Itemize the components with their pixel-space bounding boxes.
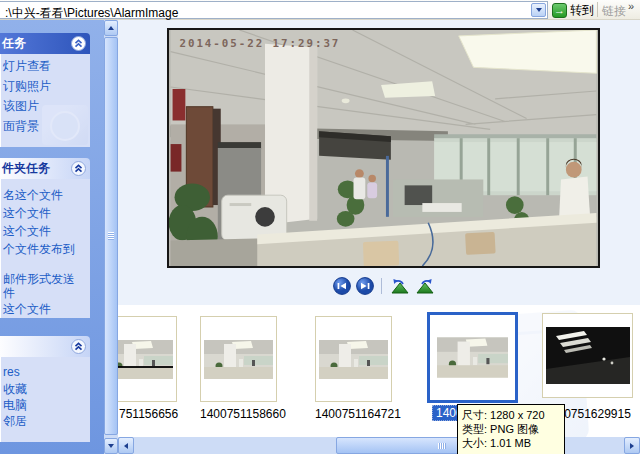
preview-image[interactable]: 2014-05-22 17:29:37 (167, 28, 600, 268)
previous-image-button[interactable] (333, 277, 351, 295)
place-my-computer[interactable]: 电脑 (3, 397, 27, 414)
place-network[interactable]: 邻居 (3, 413, 27, 430)
other-places-header[interactable] (0, 336, 90, 357)
thumbnail-3-label[interactable]: 1400751164721 (315, 407, 393, 421)
other-places-panel: res 收藏 电脑 邻居 (0, 336, 90, 442)
thumbnail-1[interactable] (118, 316, 177, 402)
collapse-chevron-icon[interactable] (71, 36, 86, 51)
go-button[interactable]: → 转到 (552, 1, 594, 19)
task-view-slideshow[interactable]: 灯片查看 (3, 58, 51, 75)
filmstrip-controls (118, 277, 640, 297)
task-rename-file[interactable]: 名这个文件 (3, 187, 63, 204)
thumbnail-photo (118, 340, 173, 379)
camera-timestamp: 2014-05-22 17:29:37 (179, 37, 340, 50)
scroll-grip (438, 443, 446, 449)
tooltip-filesize: 大小: 1.01 MB (462, 436, 560, 450)
scroll-up-button[interactable] (104, 20, 118, 36)
sidebar-vertical-scrollbar[interactable] (104, 20, 118, 454)
task-print-picture[interactable]: 该图片 (3, 98, 39, 115)
toolbar-overflow-chevron-icon[interactable]: » (628, 0, 634, 12)
thumbnail-5[interactable] (542, 313, 633, 398)
thumbnail-photo-dark (546, 327, 630, 384)
go-arrow-icon: → (552, 3, 567, 18)
arrow-up-icon (108, 26, 114, 30)
picture-tasks-body: 灯片查看 订购照片 该图片 面背景 (0, 54, 90, 147)
folder-tasks-body: 名这个文件 这个文件 这个文件 个文件发布到 邮件形式发送 件 这个文件 (0, 179, 90, 318)
tooltip-type: 类型: PNG 图像 (462, 422, 560, 436)
picture-tasks-header[interactable]: 任务 (0, 33, 90, 54)
task-set-desktop-background[interactable]: 面背景 (3, 118, 39, 135)
folder-tasks-panel: 件夹任务 名这个文件 这个文件 这个文件 个文件发布到 邮件形式发送 件 这个文… (0, 158, 90, 318)
picture-panel-watermark-icon (42, 105, 88, 145)
scroll-left-button[interactable] (118, 437, 134, 454)
thumbnail-photo (204, 340, 273, 379)
task-order-prints[interactable]: 订购照片 (3, 78, 51, 95)
next-image-button[interactable] (356, 277, 374, 295)
tooltip-size: 尺寸: 1280 x 720 (462, 408, 560, 422)
rotate-counterclockwise-button[interactable] (390, 278, 410, 296)
rotate-clockwise-button[interactable] (415, 278, 435, 296)
scroll-down-button[interactable] (104, 438, 118, 454)
address-dropdown-button[interactable] (531, 3, 546, 17)
picture-tasks-panel: 任务 灯片查看 订购照片 该图片 面背景 (0, 33, 90, 147)
thumbnail-photo (319, 340, 388, 379)
thumbnail-4-selected[interactable] (427, 312, 518, 403)
task-email-file-line2[interactable]: 件 (3, 285, 15, 302)
preview-area: 2014-05-22 17:29:37 (118, 20, 640, 305)
chevron-down-icon (536, 8, 542, 12)
filmstrip-view: 2014-05-22 17:29:37 (118, 20, 640, 437)
arrow-right-icon (630, 443, 634, 449)
controls-separator (381, 278, 382, 294)
place-my-pictures[interactable]: 收藏 (3, 381, 27, 398)
collapse-chevron-icon[interactable] (71, 161, 86, 176)
thumbnail-2[interactable] (200, 316, 277, 402)
thumbnail-photo (437, 335, 508, 380)
scroll-right-button[interactable] (624, 437, 640, 454)
thumbnail-2-label[interactable]: 1400751158660 (200, 407, 278, 421)
office-camera-photo: 2014-05-22 17:29:37 (169, 30, 598, 266)
links-toolbar-label[interactable]: 链接 (602, 3, 626, 20)
address-bar-combobox[interactable]: :\中兴-看看\Pictures\AlarmImage (0, 1, 548, 19)
thumbnail-3[interactable] (315, 316, 392, 402)
vertical-scroll-thumb[interactable] (104, 37, 118, 435)
arrow-down-icon (108, 444, 114, 448)
task-copy-file[interactable]: 这个文件 (3, 223, 51, 240)
task-publish-file[interactable]: 个文件发布到 (3, 241, 75, 258)
thumbnail-info-tooltip: 尺寸: 1280 x 720 类型: PNG 图像 大小: 1.01 MB (457, 404, 565, 454)
toolbar-separator (597, 2, 598, 17)
address-toolbar: :\中兴-看看\Pictures\AlarmImage → 转到 链接 » (0, 0, 640, 20)
thumbnail-1-label[interactable]: 751156656 (119, 407, 178, 421)
arrow-left-icon (124, 443, 128, 449)
place-pictures[interactable]: res (3, 365, 20, 379)
other-places-body: res 收藏 电脑 邻居 (0, 357, 90, 442)
picture-tasks-title: 任务 (0, 35, 26, 52)
folder-tasks-title: 件夹任务 (0, 160, 50, 177)
scroll-grip (108, 232, 114, 240)
task-delete-file[interactable]: 这个文件 (3, 301, 51, 318)
folder-tasks-header[interactable]: 件夹任务 (0, 158, 90, 179)
go-button-label: 转到 (570, 2, 594, 19)
task-pane: 任务 灯片查看 订购照片 该图片 面背景 件夹任务 名这个文件 这个文件 这个文… (0, 20, 104, 454)
task-move-file[interactable]: 这个文件 (3, 205, 51, 222)
collapse-chevron-icon[interactable] (71, 339, 86, 354)
